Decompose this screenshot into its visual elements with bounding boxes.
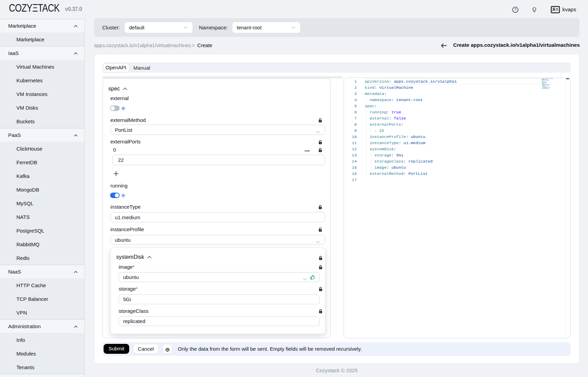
svg-text:?: ? [514,8,516,12]
